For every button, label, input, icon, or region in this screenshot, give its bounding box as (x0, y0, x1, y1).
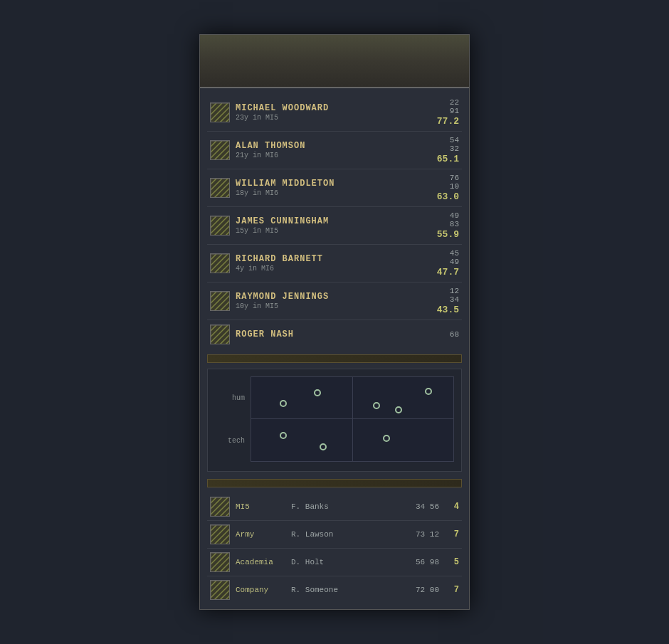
operatives-list: MICHAEL WOODWARD 23y in MI5 2291 77.2 AL… (207, 94, 462, 349)
candidate-org: Academia (236, 558, 285, 566)
stats-pair: 4983 (450, 211, 459, 228)
operative-icon (210, 140, 230, 160)
candidate-score: 7 (445, 529, 459, 539)
y-label-tech: tech (215, 419, 251, 462)
skill-distribution-chart: hum tech (207, 369, 462, 472)
operative-icon (210, 291, 230, 311)
operative-icon (210, 102, 230, 122)
dot-3 (373, 402, 380, 409)
modal-body: MICHAEL WOODWARD 23y in MI5 2291 77.2 AL… (200, 88, 469, 609)
operative-sub: 18y in MI6 (236, 189, 404, 197)
candidate-name: R. Someone (291, 586, 398, 594)
operative-info: ALAN THOMSON 21y in MI6 (236, 141, 404, 159)
candidate-score: 5 (445, 557, 459, 567)
operative-sub: 10y in MI5 (236, 302, 404, 310)
candidate-icon (210, 524, 230, 544)
operative-row: ALAN THOMSON 21y in MI6 5432 65.1 (207, 132, 462, 169)
candidate-org: MI5 (236, 502, 285, 511)
operative-stats: 2291 77.2 (409, 98, 459, 127)
operative-row: JAMES CUNNINGHAM 15y in MI5 4983 55.9 (207, 207, 462, 245)
stats-score: 43.5 (437, 305, 459, 315)
candidate-stats: 73 12 (404, 530, 439, 539)
candidate-org: Army (236, 530, 285, 539)
chart-cell-hum-counterintel (251, 376, 352, 419)
chart-cell-tech-foreign (352, 419, 455, 462)
candidate-name: R. Lawson (291, 530, 398, 539)
candidate-row: MI5 F. Banks 34 56 4 (207, 493, 462, 521)
operative-icon (210, 253, 230, 273)
operative-name: JAMES CUNNINGHAM (236, 216, 404, 226)
operative-info: ROGER NASH (236, 329, 404, 339)
operative-row: MICHAEL WOODWARD 23y in MI5 2291 77.2 (207, 94, 462, 132)
operative-info: WILLIAM MIDDLETON 18y in MI6 (236, 179, 404, 197)
candidate-icon (210, 552, 230, 572)
stats-pair: 1234 (450, 287, 459, 304)
operative-info: RICHARD BARNETT 4y in MI6 (236, 254, 404, 273)
candidate-row: Army R. Lawson 73 12 7 (207, 521, 462, 549)
stats-score: 55.9 (437, 229, 459, 240)
stats-pair: 5432 (450, 136, 459, 153)
candidates-header (207, 479, 462, 487)
candidate-row: Academia D. Holt 56 98 5 (207, 549, 462, 576)
candidate-stats: 72 00 (404, 586, 439, 594)
operative-name: ALAN THOMSON (236, 141, 404, 151)
operative-icon (210, 178, 230, 198)
y-label-hum: hum (215, 376, 251, 419)
candidate-name: D. Holt (291, 558, 398, 566)
candidate-score: 7 (445, 585, 459, 595)
chart-cell-tech-counterintel (251, 419, 352, 462)
operative-info: MICHAEL WOODWARD 23y in MI5 (236, 103, 404, 122)
stats-pair: 68 (450, 330, 459, 339)
dot-2 (314, 389, 321, 396)
dot-5 (425, 388, 432, 395)
operative-name: WILLIAM MIDDLETON (236, 179, 404, 189)
operative-info: JAMES CUNNINGHAM 15y in MI5 (236, 216, 404, 235)
operative-row: WILLIAM MIDDLETON 18y in MI6 7610 63.0 (207, 169, 462, 207)
operative-sub: 21y in MI6 (236, 152, 404, 159)
stats-score: 63.0 (437, 191, 459, 202)
operative-name: ROGER NASH (236, 329, 404, 339)
operative-stats: 7610 63.0 (409, 174, 459, 202)
candidate-name: F. Banks (291, 502, 398, 511)
operative-icon (210, 216, 230, 236)
operative-stats: 5432 65.1 (409, 136, 459, 164)
x-labels (251, 462, 454, 464)
operative-name: MICHAEL WOODWARD (236, 103, 404, 113)
operative-stats: 4549 47.7 (409, 249, 459, 278)
dot-1 (280, 400, 287, 407)
operative-sub: 4y in MI6 (236, 265, 404, 273)
operative-stats: 4983 55.9 (409, 211, 459, 240)
operative-stats: 1234 43.5 (409, 287, 459, 315)
operative-row: ROGER NASH 68 (207, 320, 462, 349)
stats-pair: 7610 (450, 174, 459, 191)
dot-4 (395, 406, 402, 413)
stats-score: 65.1 (437, 154, 459, 164)
candidate-row: Company R. Someone 72 00 7 (207, 576, 462, 603)
skill-distribution-header (207, 354, 462, 363)
operative-sub: 23y in MI5 (236, 114, 404, 122)
x-label-counterintel (251, 462, 352, 464)
candidate-org: Company (236, 586, 285, 594)
top-operatives-modal: MICHAEL WOODWARD 23y in MI5 2291 77.2 AL… (199, 34, 470, 610)
dot-6 (280, 432, 287, 439)
modal-header (200, 35, 469, 88)
candidate-score: 4 (445, 502, 459, 512)
operative-row: RICHARD BARNETT 4y in MI6 4549 47.7 (207, 245, 462, 283)
operative-sub: 15y in MI5 (236, 227, 404, 235)
operative-name: RAYMOND JENNINGS (236, 292, 404, 302)
candidates-list: MI5 F. Banks 34 56 4 Army R. Lawson 73 1… (207, 493, 462, 603)
chart-cell-hum-foreign (352, 376, 455, 419)
dot-7 (320, 443, 327, 450)
stats-score: 77.2 (437, 116, 459, 127)
stats-score: 47.7 (437, 267, 459, 278)
candidate-icon (210, 497, 230, 517)
candidate-stats: 56 98 (404, 558, 439, 566)
operative-stats: 68 (409, 330, 459, 339)
operative-name: RICHARD BARNETT (236, 254, 404, 264)
candidate-stats: 34 56 (404, 502, 439, 511)
stats-pair: 4549 (450, 249, 459, 266)
x-label-foreign (352, 462, 454, 464)
operative-info: RAYMOND JENNINGS 10y in MI5 (236, 292, 404, 310)
dot-8 (383, 435, 390, 442)
operative-row: RAYMOND JENNINGS 10y in MI5 1234 43.5 (207, 283, 462, 320)
